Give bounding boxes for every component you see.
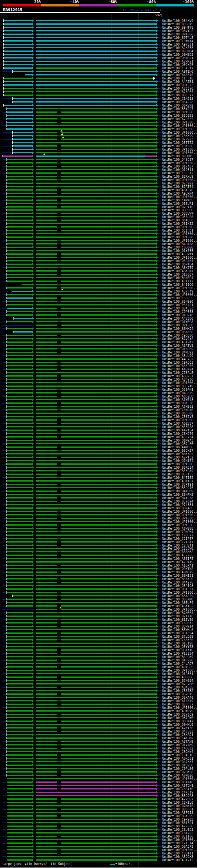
subject-gap-line xyxy=(57,802,61,802)
boundary-tick xyxy=(6,659,7,661)
boundary-tick xyxy=(6,740,7,743)
subject-gap-line xyxy=(57,146,61,146)
boundary-tick xyxy=(7,791,7,794)
arrowhead-icon xyxy=(156,618,158,621)
alignment-bar-segment xyxy=(7,423,32,424)
subject-label: UniRef100_UPI000.. xyxy=(162,520,197,523)
alignment-bar-segment xyxy=(36,470,156,471)
alignment-bar-segment xyxy=(36,545,156,546)
arrowhead-icon xyxy=(32,835,34,838)
boundary-tick xyxy=(6,666,7,668)
boundary-tick xyxy=(35,564,35,566)
alignment-bar-segment xyxy=(36,54,156,55)
connector-line xyxy=(2,180,6,180)
boundary-tick xyxy=(35,351,35,353)
alignment-bar-segment xyxy=(7,304,32,305)
arrowhead-icon xyxy=(32,374,34,377)
arrowhead-icon xyxy=(32,97,34,100)
alignment-bar-segment xyxy=(36,365,156,366)
alignment-bar-segment xyxy=(36,795,156,796)
arrowhead-icon xyxy=(156,652,158,655)
boundary-tick xyxy=(35,832,35,834)
arrowhead-icon xyxy=(32,368,34,371)
alignment-bar-segment xyxy=(36,247,156,248)
connector-line xyxy=(158,464,161,464)
subject-gap-line xyxy=(57,281,61,281)
arrowhead-icon xyxy=(32,655,34,658)
alignment-bar-segment xyxy=(36,528,156,529)
connector-line xyxy=(2,396,6,397)
alignment-bar-segment xyxy=(36,687,156,688)
boundary-tick xyxy=(6,720,7,722)
subject-gap-line xyxy=(57,464,61,464)
query-gap-text: (in Query)/ xyxy=(27,862,47,866)
arrowhead-icon xyxy=(156,828,158,831)
boundary-tick xyxy=(6,618,7,621)
connector-line xyxy=(158,91,161,92)
boundary-tick xyxy=(7,838,7,841)
boundary-tick xyxy=(6,189,7,191)
boundary-tick xyxy=(6,334,7,337)
subject-gap-line xyxy=(57,470,61,471)
alignment-bar-segment xyxy=(36,88,156,89)
connector-line xyxy=(158,41,161,41)
connector-line xyxy=(158,115,161,116)
boundary-tick xyxy=(35,497,35,499)
alignment-bar-segment xyxy=(36,484,156,485)
arrowhead-icon xyxy=(32,777,34,780)
alignment-bar-segment xyxy=(36,51,156,52)
subject-gap-line xyxy=(57,501,61,501)
boundary-tick xyxy=(35,446,35,448)
connector-line xyxy=(158,552,161,552)
alignment-bar-segment xyxy=(7,598,32,600)
connector-line xyxy=(158,88,161,89)
alignment-bar-segment xyxy=(7,216,32,217)
boundary-tick xyxy=(35,449,35,452)
alignment-bar-segment xyxy=(36,183,156,184)
connector-line xyxy=(158,589,161,589)
alignment-bar-segment xyxy=(36,704,156,705)
connector-line xyxy=(158,27,161,28)
alignment-bar-segment xyxy=(7,243,32,245)
arrowhead-icon xyxy=(32,787,34,790)
alignment-bar-segment xyxy=(36,237,156,238)
boundary-tick xyxy=(6,249,7,252)
boundary-tick xyxy=(35,67,35,69)
connector-line xyxy=(158,856,161,857)
arrowhead-icon xyxy=(156,422,158,425)
boundary-tick xyxy=(6,459,7,462)
arrowhead-icon xyxy=(156,405,158,408)
alignment-bar-segment xyxy=(36,78,153,79)
arrowhead-icon xyxy=(32,544,34,547)
connector-line xyxy=(158,122,161,123)
boundary-tick xyxy=(6,182,7,184)
alignment-bar-segment xyxy=(36,768,156,769)
boundary-tick xyxy=(6,179,7,181)
boundary-tick xyxy=(6,764,7,766)
connector-line xyxy=(2,369,6,370)
connector-line xyxy=(158,135,161,136)
arrowhead-icon xyxy=(32,564,34,567)
alignment-bar-segment xyxy=(36,203,156,204)
boundary-tick xyxy=(3,84,4,86)
boundary-tick xyxy=(35,652,35,655)
alignment-bar-segment xyxy=(36,314,156,316)
boundary-tick xyxy=(35,713,35,716)
alignment-bar-segment xyxy=(36,402,156,404)
connector-line xyxy=(2,443,6,444)
connector-line xyxy=(158,555,161,555)
arrowhead-icon xyxy=(32,249,34,252)
alignment-bar-segment xyxy=(36,409,156,410)
subject-gap-line xyxy=(57,660,61,660)
arrowhead-icon xyxy=(32,415,34,418)
arrowhead-icon xyxy=(32,141,34,144)
arrowhead-icon xyxy=(32,239,34,242)
connector-line xyxy=(158,159,161,160)
subject-gap-line xyxy=(57,595,61,596)
alignment-bar-segment xyxy=(7,199,32,201)
connector-line xyxy=(2,430,6,431)
boundary-tick xyxy=(35,405,35,408)
subject-gap-line xyxy=(57,666,61,667)
arrowhead-icon xyxy=(32,391,34,395)
boundary-tick xyxy=(6,591,7,594)
